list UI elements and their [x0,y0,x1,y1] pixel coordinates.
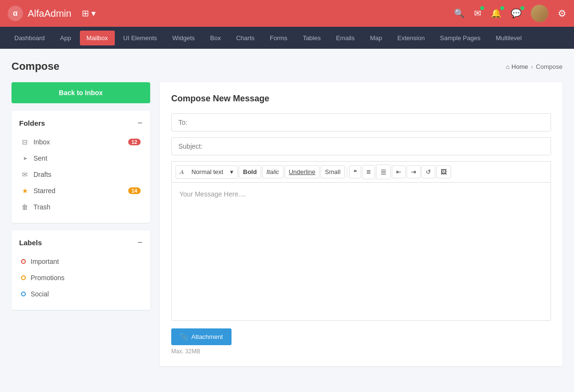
attachment-section: 📎 Attachment Max. 32MB [171,328,551,355]
nav-item-extension[interactable]: Extension [391,31,431,45]
social-label: Social [31,290,49,298]
font-icon: A [180,168,184,176]
home-icon: ⌂ [506,63,509,70]
avatar-img [531,5,548,22]
sidebar-item-sent[interactable]: ➤ Sent [19,150,143,166]
nav-item-multilevel[interactable]: Multilevel [489,31,528,45]
labels-toggle[interactable]: − [137,238,143,247]
nav-item-tables[interactable]: Tables [296,31,328,45]
toolbar-divider-1 [347,166,347,178]
list-ul-button[interactable]: ≡ [362,165,375,179]
sidebar-item-important[interactable]: Important [19,253,143,270]
mail-icon[interactable]: ✉ [474,8,481,19]
page-title: Compose [11,60,59,73]
breadcrumb-home[interactable]: ⌂ Home [506,63,528,70]
starred-badge: 14 [128,187,141,194]
nav-item-dashboard[interactable]: Dashboard [8,31,52,45]
folders-header: Folders − [19,119,143,127]
small-button[interactable]: Small [320,165,345,178]
image-button[interactable]: 🖼 [436,165,451,178]
subject-input[interactable] [171,137,551,155]
nav-item-charts[interactable]: Charts [230,31,261,45]
redo-button[interactable]: ↺ [421,165,435,178]
sidebar-item-promotions[interactable]: Promotions [19,270,143,286]
nav-item-widgets[interactable]: Widgets [166,31,201,45]
editor-toolbar: A Normal text ▾ Bold Italic Underline Sm… [171,161,551,182]
labels-header: Labels − [19,238,143,247]
bell-icon[interactable]: 🔔 [491,8,501,19]
nav-item-emails[interactable]: Emails [329,31,361,45]
mail-badge [480,6,484,10]
sidebar-item-drafts[interactable]: ✉ Drafts [19,166,143,183]
font-arrow-icon: ▾ [230,168,233,175]
sidebar-item-inbox[interactable]: ⊟ Inbox 12 [19,134,143,150]
top-bar-left: α AlfaAdmin ⊞ ▾ [8,6,96,21]
attachment-note: Max. 32MB [171,348,551,355]
promotions-label: Promotions [31,274,65,282]
inbox-icon: ⊟ [21,138,29,146]
sent-label: Sent [33,154,47,162]
logo-icon: α [8,6,23,21]
nav-item-forms[interactable]: Forms [263,31,294,45]
avatar[interactable] [531,5,548,22]
indent-right-button[interactable]: ⇥ [407,165,420,178]
chat-badge [520,6,524,10]
top-bar-right: 🔍 ✉ 🔔 💬 ⚙ [454,5,566,22]
breadcrumb-current: Compose [536,63,563,70]
sidebar-item-trash[interactable]: 🗑 Trash [19,199,143,215]
logo-text: AlfaAdmin [28,8,71,19]
sidebar: Back to Inbox Folders − ⊟ Inbox 12 ➤ [11,82,150,366]
labels-card: Labels − Important Promotions [11,230,150,310]
social-dot [21,292,26,296]
important-label: Important [31,258,59,265]
important-dot [21,259,26,264]
nav-item-ui-elements[interactable]: UI Elements [117,31,164,45]
main-layout: Back to Inbox Folders − ⊟ Inbox 12 ➤ [11,82,563,366]
top-bar: α AlfaAdmin ⊞ ▾ 🔍 ✉ 🔔 💬 ⚙ [0,0,574,27]
drafts-icon: ✉ [21,171,29,178]
nav-item-map[interactable]: Map [363,31,388,45]
indent-left-button[interactable]: ⇤ [392,165,406,178]
nav-item-mailbox[interactable]: Mailbox [80,31,115,45]
trash-label: Trash [33,203,50,211]
message-body[interactable]: Your Message Here.... [171,182,551,321]
starred-icon: ★ [21,187,29,195]
quote-button[interactable]: ❝ [349,165,361,178]
back-to-inbox-button[interactable]: Back to Inbox [11,82,150,103]
grid-icon[interactable]: ⊞ ▾ [82,8,96,19]
folders-title: Folders [19,119,45,127]
nav-item-app[interactable]: App [54,31,78,45]
chat-icon[interactable]: 💬 [511,8,521,19]
attachment-button[interactable]: 📎 Attachment [171,328,232,345]
to-field [171,113,551,131]
underline-button[interactable]: Underline [285,165,320,178]
promotions-dot [21,275,26,280]
page-content: Compose ⌂ Home › Compose Back to Inbox F… [0,49,574,378]
list-ol-button[interactable]: ≣ [376,164,391,179]
page-header: Compose ⌂ Home › Compose [11,60,563,73]
folders-card: Folders − ⊟ Inbox 12 ➤ Sent [11,111,150,223]
search-icon[interactable]: 🔍 [454,8,464,19]
folders-toggle[interactable]: − [137,119,143,127]
nav-item-box[interactable]: Box [203,31,227,45]
inbox-badge: 12 [128,139,141,145]
drafts-label: Drafts [33,171,51,178]
sidebar-item-starred[interactable]: ★ Starred 14 [19,183,143,199]
compose-title: Compose New Message [171,94,551,104]
labels-title: Labels [19,239,42,247]
italic-button[interactable]: Italic [262,165,284,178]
breadcrumb: ⌂ Home › Compose [506,63,563,70]
main-nav: Dashboard App Mailbox UI Elements Widget… [0,27,574,49]
sidebar-item-social[interactable]: Social [19,286,143,302]
bold-button[interactable]: Bold [239,165,261,178]
nav-item-sample-pages[interactable]: Sample Pages [433,31,487,45]
breadcrumb-separator: › [531,63,533,70]
sent-icon: ➤ [21,155,29,162]
font-select-button[interactable]: A Normal text ▾ [176,165,238,179]
font-label: Normal text [191,168,223,175]
settings-icon[interactable]: ⚙ [558,8,566,19]
starred-label: Starred [33,187,55,195]
to-input[interactable] [171,113,551,131]
compose-area: Compose New Message A Normal text ▾ Bold… [160,82,563,366]
bell-badge [500,6,504,10]
